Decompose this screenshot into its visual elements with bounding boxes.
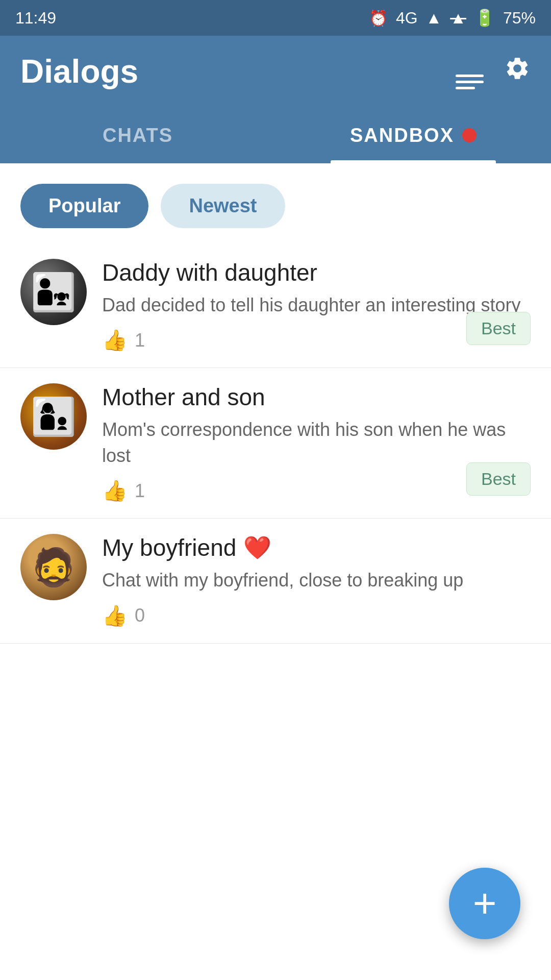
avatar <box>20 259 87 325</box>
status-time: 11:49 <box>15 9 56 28</box>
filter-popular-button[interactable]: Popular <box>20 184 148 228</box>
tab-chats[interactable]: CHATS <box>0 107 276 163</box>
data-icon: ▲ <box>450 9 466 28</box>
chat-likes: 👍 0 <box>102 604 531 628</box>
header: Dialogs <box>0 36 551 107</box>
battery-level: 75% <box>503 9 536 28</box>
status-bar: 11:49 ⏰ 4G ▲ ▲ 🔋 75% <box>0 0 551 36</box>
chat-title: My boyfriend ❤️ <box>102 534 531 561</box>
chat-title: Daddy with daughter <box>102 259 531 286</box>
tab-sandbox[interactable]: SANDBOX <box>276 107 551 163</box>
chat-item[interactable]: Daddy with daughter Dad decided to tell … <box>0 243 551 368</box>
page-title: Dialogs <box>20 53 138 90</box>
status-icons: ⏰ 4G ▲ ▲ 🔋 75% <box>369 8 536 28</box>
new-chat-button[interactable] <box>456 54 484 89</box>
avatar <box>20 534 87 600</box>
likes-count: 1 <box>135 330 145 351</box>
heart-icon: ❤️ <box>243 534 271 561</box>
tab-chats-label: CHATS <box>103 125 173 146</box>
best-badge: Best <box>466 312 531 345</box>
chat-description: Mom's correspondence with his son when h… <box>102 417 531 469</box>
content-area: Popular Newest Daddy with daughter Dad d… <box>0 163 551 980</box>
chat-title: Mother and son <box>102 383 531 411</box>
filter-row: Popular Newest <box>0 163 551 243</box>
menu-plus-icon <box>456 75 484 89</box>
thumbs-up-icon: 👍 <box>102 479 128 503</box>
chat-item[interactable]: My boyfriend ❤️ Chat with my boyfriend, … <box>0 519 551 643</box>
filter-newest-button[interactable]: Newest <box>161 184 285 228</box>
header-actions <box>456 54 531 89</box>
signal-icon: ▲ <box>426 9 442 28</box>
tab-sandbox-label: SANDBOX <box>350 125 454 146</box>
chat-description: Chat with my boyfriend, close to breakin… <box>102 568 531 593</box>
best-badge: Best <box>466 462 531 496</box>
battery-icon: 🔋 <box>474 8 495 28</box>
alarm-icon: ⏰ <box>369 9 388 27</box>
gear-icon <box>504 55 531 82</box>
likes-count: 1 <box>135 480 145 502</box>
thumbs-up-icon: 👍 <box>102 604 128 628</box>
plus-icon: + <box>473 880 497 927</box>
sandbox-notification-dot <box>462 128 477 142</box>
chat-item[interactable]: Mother and son Mom's correspondence with… <box>0 368 551 519</box>
settings-button[interactable] <box>504 55 531 88</box>
thumbs-up-icon: 👍 <box>102 328 128 352</box>
likes-count: 0 <box>135 605 145 626</box>
avatar <box>20 383 87 450</box>
tabs: CHATS SANDBOX <box>0 107 551 163</box>
chat-info: My boyfriend ❤️ Chat with my boyfriend, … <box>102 534 531 627</box>
add-chat-fab[interactable]: + <box>449 868 520 939</box>
signal-label: 4G <box>396 9 418 28</box>
